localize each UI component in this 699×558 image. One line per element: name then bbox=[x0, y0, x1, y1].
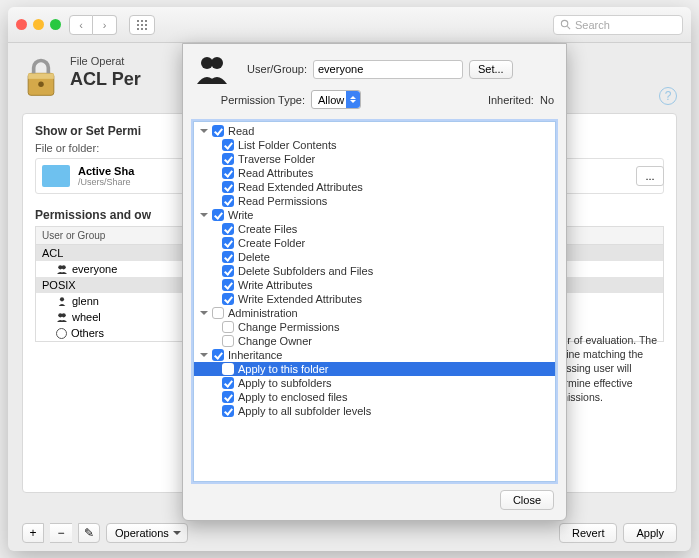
checkbox[interactable] bbox=[222, 405, 234, 417]
nav-buttons: ‹ › bbox=[69, 15, 117, 35]
disclosure-triangle-icon[interactable] bbox=[200, 213, 208, 221]
checkbox[interactable] bbox=[222, 377, 234, 389]
inherited-value: No bbox=[540, 94, 554, 106]
user-group-input[interactable] bbox=[313, 60, 463, 79]
apply-button[interactable]: Apply bbox=[623, 523, 677, 543]
tree-node-label: Traverse Folder bbox=[238, 153, 315, 165]
tree-node-label: Create Files bbox=[238, 223, 297, 235]
svg-rect-3 bbox=[28, 73, 54, 79]
tree-node[interactable]: Delete Subfolders and Files bbox=[194, 264, 555, 278]
sheet-footer: Close bbox=[183, 482, 566, 520]
tree-node-label: Create Folder bbox=[238, 237, 305, 249]
svg-point-7 bbox=[60, 297, 64, 301]
grid-button[interactable] bbox=[129, 15, 155, 35]
svg-line-1 bbox=[567, 26, 570, 29]
add-button[interactable]: + bbox=[22, 523, 44, 543]
checkbox[interactable] bbox=[222, 223, 234, 235]
search-input[interactable]: Search bbox=[553, 15, 683, 35]
checkbox[interactable] bbox=[222, 391, 234, 403]
permission-type-select[interactable]: Allow bbox=[311, 90, 361, 109]
titlebar: ‹ › Search bbox=[8, 7, 691, 43]
tree-node[interactable]: Change Owner bbox=[194, 334, 555, 348]
tree-node[interactable]: Create Files bbox=[194, 222, 555, 236]
operations-menu[interactable]: Operations bbox=[106, 523, 188, 543]
permissions-tree[interactable]: ReadList Folder ContentsTraverse FolderR… bbox=[193, 121, 556, 482]
tree-node[interactable]: Read bbox=[194, 124, 555, 138]
close-window-icon[interactable] bbox=[16, 19, 27, 30]
globe-icon bbox=[56, 328, 67, 339]
user-icon bbox=[56, 296, 68, 306]
checkbox[interactable] bbox=[222, 335, 234, 347]
tree-node[interactable]: Delete bbox=[194, 250, 555, 264]
window-controls bbox=[16, 19, 61, 30]
checkbox[interactable] bbox=[222, 321, 234, 333]
disclosure-triangle-icon[interactable] bbox=[200, 129, 208, 137]
tree-node[interactable]: Create Folder bbox=[194, 236, 555, 250]
tree-node[interactable]: Apply to all subfolder levels bbox=[194, 404, 555, 418]
tree-node[interactable]: Apply to enclosed files bbox=[194, 390, 555, 404]
checkbox[interactable] bbox=[222, 181, 234, 193]
tree-node[interactable]: Write Extended Attributes bbox=[194, 292, 555, 306]
operations-label: Operations bbox=[115, 527, 169, 539]
minimize-window-icon[interactable] bbox=[33, 19, 44, 30]
checkbox[interactable] bbox=[222, 139, 234, 151]
group-icon bbox=[56, 264, 68, 274]
row-label: wheel bbox=[72, 311, 101, 323]
tree-node[interactable]: List Folder Contents bbox=[194, 138, 555, 152]
sheet-header: User/Group: Set... Permission Type: Allo… bbox=[183, 44, 566, 121]
checkbox[interactable] bbox=[222, 293, 234, 305]
set-button[interactable]: Set... bbox=[469, 60, 513, 79]
checkbox[interactable] bbox=[222, 363, 234, 375]
tree-node-label: List Folder Contents bbox=[238, 139, 336, 151]
file-path: /Users/Share bbox=[78, 177, 134, 187]
disclosure-triangle-icon[interactable] bbox=[200, 311, 208, 319]
tree-node[interactable]: Change Permissions bbox=[194, 320, 555, 334]
checkbox[interactable] bbox=[222, 265, 234, 277]
close-button[interactable]: Close bbox=[500, 490, 554, 510]
checkbox[interactable] bbox=[222, 153, 234, 165]
tree-node-label: Read Permissions bbox=[238, 195, 327, 207]
tree-node[interactable]: Read Permissions bbox=[194, 194, 555, 208]
remove-button[interactable]: − bbox=[50, 523, 72, 543]
tree-node-label: Read Attributes bbox=[238, 167, 313, 179]
tree-node[interactable]: Write bbox=[194, 208, 555, 222]
checkbox[interactable] bbox=[222, 251, 234, 263]
tree-node[interactable]: Traverse Folder bbox=[194, 152, 555, 166]
checkbox[interactable] bbox=[222, 279, 234, 291]
edit-button[interactable]: ✎ bbox=[78, 523, 100, 543]
forward-button[interactable]: › bbox=[93, 15, 117, 35]
checkbox[interactable] bbox=[212, 349, 224, 361]
svg-point-9 bbox=[62, 313, 66, 317]
bottom-bar: + − ✎ Operations Revert Apply bbox=[22, 523, 677, 543]
tree-node-label: Change Permissions bbox=[238, 321, 340, 333]
permission-type-label: Permission Type: bbox=[195, 94, 305, 106]
tree-node-label: Inheritance bbox=[228, 349, 282, 361]
tree-node[interactable]: Apply to subfolders bbox=[194, 376, 555, 390]
tree-node-label: Apply to all subfolder levels bbox=[238, 405, 371, 417]
checkbox[interactable] bbox=[222, 167, 234, 179]
tree-node[interactable]: Administration bbox=[194, 306, 555, 320]
browse-button[interactable]: ... bbox=[636, 166, 664, 186]
checkbox[interactable] bbox=[222, 237, 234, 249]
row-label: Others bbox=[71, 327, 104, 339]
zoom-window-icon[interactable] bbox=[50, 19, 61, 30]
tree-node[interactable]: Write Attributes bbox=[194, 278, 555, 292]
tree-node[interactable]: Apply to this folder bbox=[194, 362, 555, 376]
tree-node[interactable]: Read Extended Attributes bbox=[194, 180, 555, 194]
svg-point-11 bbox=[211, 57, 223, 69]
row-label: everyone bbox=[72, 263, 117, 275]
disclosure-triangle-icon[interactable] bbox=[200, 353, 208, 361]
tree-node[interactable]: Read Attributes bbox=[194, 166, 555, 180]
back-button[interactable]: ‹ bbox=[69, 15, 93, 35]
checkbox[interactable] bbox=[212, 307, 224, 319]
tree-node[interactable]: Inheritance bbox=[194, 348, 555, 362]
file-name: Active Sha bbox=[78, 165, 134, 177]
revert-button[interactable]: Revert bbox=[559, 523, 617, 543]
checkbox[interactable] bbox=[222, 195, 234, 207]
help-button[interactable]: ? bbox=[659, 87, 677, 105]
grid-icon bbox=[136, 19, 148, 31]
group-large-icon bbox=[195, 54, 229, 84]
main-window: ‹ › Search File Operat ACL Per ? Show or… bbox=[8, 7, 691, 551]
checkbox[interactable] bbox=[212, 125, 224, 137]
checkbox[interactable] bbox=[212, 209, 224, 221]
